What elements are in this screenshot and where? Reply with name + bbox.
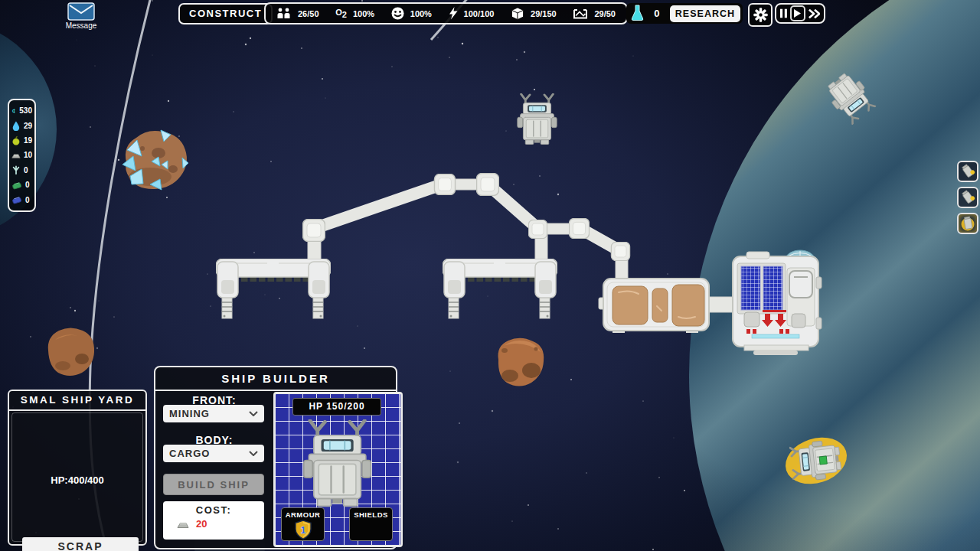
message-label: Message <box>61 21 101 30</box>
front-dropdown[interactable]: MINING <box>163 405 264 422</box>
crew-resource: 26/50 <box>276 8 319 19</box>
envelope-icon <box>67 2 95 21</box>
green-crystal-row: 0 <box>11 178 32 192</box>
smiley-icon <box>391 7 404 20</box>
svg-text:C: C <box>12 109 15 113</box>
build-ship-button[interactable]: BUILD SHIP <box>163 474 264 495</box>
asteroid[interactable] <box>498 338 544 386</box>
storage-resource: 29/150 <box>511 7 557 21</box>
mini-ship-icon <box>959 189 976 206</box>
side-resource-panel: C 530 29 19 10 <box>8 99 36 212</box>
selected-ship[interactable] <box>779 430 853 492</box>
tank-icon <box>573 8 588 20</box>
power-resource: 100/100 <box>449 7 495 20</box>
message-button[interactable]: Message <box>61 2 101 30</box>
play-icon <box>794 9 801 18</box>
cost-box: COST: 20 <box>163 501 264 540</box>
speed-controls <box>775 3 825 24</box>
science-group: 0 RESEARCH <box>626 3 743 24</box>
ship-yard-title: SMAL SHIP YARD <box>9 391 145 411</box>
settings-button[interactable] <box>748 3 773 27</box>
water-row: 29 <box>11 119 32 132</box>
hangar-capacity-resource: 29/50 <box>573 8 616 20</box>
play-button-selected[interactable] <box>790 5 805 21</box>
research-button[interactable]: RESEARCH <box>670 5 740 22</box>
farm-module[interactable] <box>599 279 709 333</box>
science-value: 0 <box>644 8 670 19</box>
armour-shield-icon: 1 <box>295 520 312 540</box>
fast-forward-icon[interactable] <box>808 8 820 19</box>
armour-label: ARMOUR <box>282 510 324 519</box>
plant-icon <box>11 165 21 175</box>
solar-panel <box>741 266 760 310</box>
mining-cargo-ship[interactable] <box>518 94 557 145</box>
water-icon <box>11 120 21 131</box>
station-junction[interactable] <box>528 220 547 238</box>
hangar-module-1[interactable] <box>216 259 331 318</box>
mini-ship-icon-selected <box>959 215 976 232</box>
food-row: 19 <box>11 134 32 148</box>
body-dropdown-value: CARGO <box>169 448 210 459</box>
oxygen-resource: O2 100% <box>335 8 374 19</box>
credits-row: C 530 <box>11 104 32 118</box>
hangar-module-2[interactable] <box>443 259 557 318</box>
metal-icon <box>11 150 21 161</box>
front-dropdown-value: MINING <box>169 408 210 419</box>
space-scene <box>0 0 980 551</box>
plants-row: 0 <box>11 163 32 177</box>
metal-row: 10 <box>11 148 32 162</box>
metal-icon <box>177 520 189 529</box>
svg-text:1: 1 <box>300 525 305 536</box>
station-junction[interactable] <box>569 218 589 238</box>
chevron-down-icon <box>249 451 258 456</box>
cost-label: COST: <box>163 504 264 516</box>
gear-icon <box>753 8 768 22</box>
scrap-button[interactable]: SCRAP <box>22 537 139 551</box>
ship-list-button-2[interactable] <box>957 187 978 208</box>
ship-list-button-3-selected[interactable] <box>957 213 978 234</box>
ship-list-button-1[interactable] <box>957 161 978 182</box>
pause-icon[interactable] <box>780 8 787 18</box>
game-viewport: Message CONSTRUCT 26/50 O2 100% 100% <box>0 0 980 551</box>
mini-ship-icon <box>959 163 976 180</box>
happiness-resource: 100% <box>391 7 432 20</box>
ice-asteroid[interactable] <box>122 130 188 190</box>
space-station <box>216 174 822 356</box>
ship-yard-panel: SMAL SHIP YARD HP:400/400 SCRAP <box>8 390 147 546</box>
ship-builder-panel: SHIP BUILDER FRONT: MINING BODY: CARGO B… <box>154 366 397 549</box>
ship-preview-grid: HP 150/200 ARMOUR 1 SHIELDS <box>273 392 403 547</box>
credits-icon: C <box>11 106 16 116</box>
station-junction[interactable] <box>611 242 629 260</box>
solar-panel <box>763 266 782 310</box>
preview-hp-badge: HP 150/200 <box>292 398 381 416</box>
body-dropdown[interactable]: CARGO <box>163 445 264 462</box>
ship-yard-body: HP:400/400 SCRAP <box>11 412 143 542</box>
shields-label: SHIELDS <box>350 510 392 519</box>
cost-value: 20 <box>196 518 207 530</box>
power-icon <box>449 7 458 20</box>
cargo-cube-icon <box>511 7 524 21</box>
blue-crystal-row: 0 <box>11 193 32 207</box>
resource-bar: 26/50 O2 100% 100% 100/100 <box>264 2 628 24</box>
asteroid[interactable] <box>48 328 94 377</box>
blue-crystal-icon <box>11 194 22 205</box>
armour-badge: ARMOUR 1 <box>281 507 325 541</box>
shields-badge: SHIELDS <box>349 507 393 541</box>
crew-icon <box>276 8 292 19</box>
station-junction[interactable] <box>434 174 455 194</box>
construct-button[interactable]: CONSTRUCT <box>178 3 273 24</box>
station-junction[interactable] <box>477 174 499 196</box>
station-junction[interactable] <box>303 220 325 242</box>
command-module[interactable] <box>733 250 822 355</box>
food-icon <box>11 135 21 146</box>
green-crystal-icon <box>11 180 22 191</box>
ship-builder-title: SHIP BUILDER <box>155 367 396 391</box>
chevron-down-icon <box>249 411 258 416</box>
oxygen-icon: O2 <box>335 8 347 19</box>
flask-icon <box>631 5 644 22</box>
mining-cargo-ship[interactable] <box>822 69 877 126</box>
ship-yard-hp: HP:400/400 <box>12 474 142 486</box>
